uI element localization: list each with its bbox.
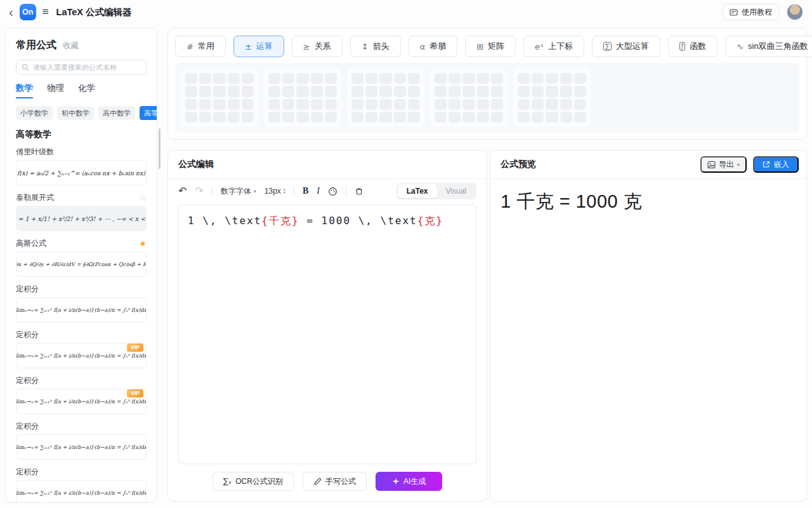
category-tab-operators[interactable]: ± 运算 [233,36,284,57]
skeleton-cell [213,86,225,97]
skeleton-cell [379,86,391,97]
skeleton-cell [365,86,377,97]
favorites-link[interactable]: 收藏 [63,41,79,51]
skeleton-cell [462,73,475,84]
category-tab-arrows[interactable]: ↕ 箭头 [350,36,401,57]
skeleton-cell [532,99,544,110]
category-tab-greek[interactable]: α 希腊 [409,36,458,57]
skeleton-cell [365,112,377,123]
skeleton-cell [477,86,489,97]
mode-visual[interactable]: Visual [437,184,475,198]
formula-card[interactable]: limₙ→₊∞ ∑ᵢ₌₁ⁿ f[a + i/n(b−a)]·(b−a)/n = … [16,434,147,460]
search-input[interactable] [33,64,141,71]
skeleton-cell [394,112,406,123]
symbol-category-panel: # 常用 ± 运算 ≥ 关系 ↕ 箭头 α 希腊 ⊞ 矩阵 [167,28,807,140]
formula-item: 定积分 limₙ→₊∞ ∑ᵢ₌₁ⁿ f[a + i/n(b−a)]·(b−a)/… [16,330,147,368]
export-button[interactable]: 导出 ▾ [700,156,747,173]
star-outline-icon[interactable]: ☆ [139,194,147,202]
latex-code-input[interactable]: 1 \, \text{千克} = 1000 \, \text{克} [178,204,476,464]
formula-item: 泰勒展开式 ☆ eˣ = 1 + x/1! + x²/2! + x³/3! + … [16,192,147,231]
skeleton-cell [351,99,363,110]
formula-item-label: 定积分 [16,421,39,432]
skeleton-cell [574,86,586,97]
category-tab-relations[interactable]: ≥ 关系 [292,36,343,57]
formula-card[interactable]: limₙ→₊∞ ∑ᵢ₌₁ⁿ f[a + i/n(b−a)]·(b−a)/n = … [16,343,147,368]
skeleton-cell [449,73,461,84]
tab-chemistry[interactable]: 化学 [78,83,95,98]
formula-item-label: 定积分 [16,284,39,295]
formula-card[interactable]: eˣ = 1 + x/1! + x²/2! + x³/3! + ⋯ , −∞ <… [16,206,147,231]
skeleton-cell [185,112,197,123]
category-tab-functions[interactable]: ƒ 函数 [668,36,718,57]
skeleton-group [430,69,508,127]
skeleton-cell [311,99,323,110]
skeleton-cell [574,99,586,110]
italic-button[interactable]: I [317,186,320,196]
tutorial-button[interactable]: 使用教程 [723,4,779,20]
category-tab-trig[interactable]: ∿ sin双曲三角函数 [725,36,812,57]
skeleton-cell [296,99,308,110]
font-family-dropdown[interactable]: 数字字体▾ [221,186,256,197]
skeleton-cell [491,112,503,123]
handwrite-button[interactable]: 手写公式 [303,472,367,491]
skeleton-cell [449,86,461,97]
category-tab-scripts[interactable]: eˣ 上下标 [523,36,584,57]
font-size-stepper[interactable]: 13px ▴▾ [265,187,285,196]
formula-card[interactable]: limₙ→₊∞ ∑ᵢ₌₁ⁿ f[a + i/n(b−a)]·(b−a)/n = … [16,389,147,414]
skeleton-cell [185,73,197,84]
latex-formula-editor-app: ‹ On ≡ LaTeX 公式编辑器 使用教程 常用公式 收藏 数学 物理 化学 [0,0,812,508]
level-chips: 小学数学 初中数学 高中数学 高等数学 [16,106,147,120]
skeleton-cell [228,86,240,97]
skeleton-cell [242,73,254,84]
formula-search[interactable] [16,60,147,75]
category-tab-common[interactable]: # 常用 [175,36,226,57]
formula-card[interactable]: limₙ→₊∞ ∑ᵢ₌₁ⁿ f[a + i/n(b−a)]·(b−a)/n = … [16,480,147,503]
skeleton-cell [311,112,323,123]
redo-icon[interactable]: ↷ [195,186,203,196]
clear-trash-icon[interactable] [355,187,363,196]
skeleton-cell [518,86,530,97]
skeleton-group [181,69,258,127]
tab-physics[interactable]: 物理 [47,83,64,98]
back-chevron-icon[interactable]: ‹ [9,6,13,18]
skeleton-cell [228,112,240,123]
skeleton-cell [199,99,211,110]
stepper-arrows-icon: ▴▾ [284,188,285,194]
skeleton-cell [462,112,475,123]
editor-action-buttons: ∑ₓ OCR公式识别 手写公式 AI生成 [168,472,487,491]
sidebar-scrollbar[interactable] [159,128,160,169]
category-tab-big-operators[interactable]: ∑ 大型运算 [592,36,660,57]
rendered-formula: 1 千克 = 1000 克 [501,189,796,215]
hamburger-menu-icon[interactable]: ≡ [43,6,49,18]
skeleton-cell [435,73,447,84]
skeleton-cell [228,73,240,84]
up-down-arrow-icon: ↕ [362,42,369,51]
ai-generate-button[interactable]: AI生成 [376,472,442,491]
app-logo[interactable]: On [20,4,36,20]
editor-panel-title: 公式编辑 [178,159,214,170]
category-tab-matrix[interactable]: ⊞ 矩阵 [465,36,516,57]
star-filled-icon[interactable]: ★ [139,239,147,248]
sine-wave-icon: ∿ [737,42,743,51]
chip-primary-math[interactable]: 小学数学 [16,106,53,120]
chip-junior-math[interactable]: 初中数学 [57,106,94,120]
chevron-down-icon: ▾ [737,162,740,168]
chip-advanced-math[interactable]: 高等数学 [140,106,157,120]
bold-button[interactable]: B [303,186,308,196]
user-avatar[interactable] [787,4,803,20]
chip-senior-math[interactable]: 高中数学 [98,106,135,120]
ocr-recognize-button[interactable]: ∑ₓ OCR公式识别 [213,472,294,491]
tutorial-label: 使用教程 [742,7,772,18]
skeleton-cell [325,86,337,97]
embed-button[interactable]: 嵌入 [753,156,799,173]
undo-icon[interactable]: ↶ [178,186,187,196]
formula-item: 定积分 limₙ→₊∞ ∑ᵢ₌₁ⁿ f[a + i/n(b−a)]·(b−a)/… [16,375,147,414]
skeleton-cell [574,73,586,84]
formula-card[interactable]: ∭Ω(∂P/∂x + ∂Q/∂y + ∂R/∂z)dV = ∮∂Ω(Pcosα … [16,251,147,277]
formula-card[interactable]: limₙ→₊∞ ∑ᵢ₌₁ⁿ f[a + i/n(b−a)]·(b−a)/n = … [16,297,147,323]
mode-latex[interactable]: LaTex [398,184,437,198]
color-palette-icon[interactable] [328,187,337,196]
tab-math[interactable]: 数学 [16,83,33,98]
formula-card[interactable]: f(x) = a₀/2 + ∑ₙ₌₁^∞ (aₙcos nx + bₙsin n… [16,160,147,185]
skeleton-cell [560,112,572,123]
